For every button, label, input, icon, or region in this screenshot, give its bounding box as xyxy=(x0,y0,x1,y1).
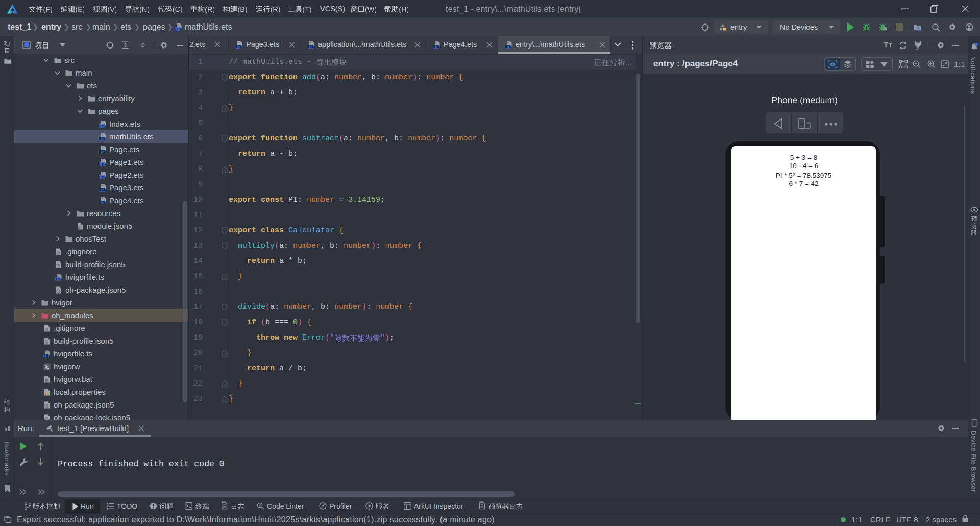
svg-text:ETS: ETS xyxy=(99,124,106,128)
svg-text:T: T xyxy=(884,41,888,49)
svg-text:ETS: ETS xyxy=(307,45,314,49)
svg-text:ETS: ETS xyxy=(99,175,106,179)
svg-text:TS: TS xyxy=(43,353,48,358)
svg-text:ETS: ETS xyxy=(99,201,106,204)
svg-text:ETS: ETS xyxy=(99,188,106,192)
svg-text:TS: TS xyxy=(55,277,60,281)
svg-text:ETS: ETS xyxy=(99,162,106,166)
svg-text:ETS: ETS xyxy=(99,150,106,153)
svg-text:ETS: ETS xyxy=(99,137,106,140)
svg-text:ETS: ETS xyxy=(505,45,511,49)
svg-text:ETS: ETS xyxy=(175,27,181,31)
svg-text:ETS: ETS xyxy=(235,45,242,49)
svg-text:ETS: ETS xyxy=(433,45,439,49)
svg-text:T: T xyxy=(889,42,892,49)
svg-text:1:1: 1:1 xyxy=(954,60,965,68)
